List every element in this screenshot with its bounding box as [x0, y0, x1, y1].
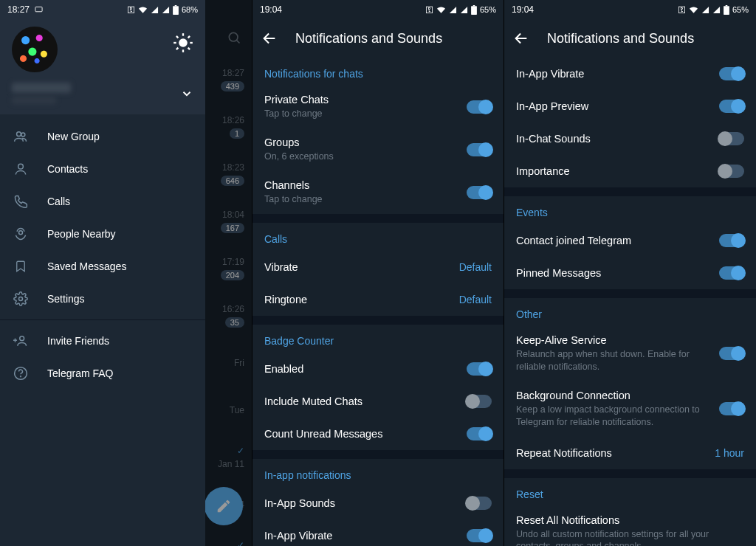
nearby-icon	[13, 227, 28, 241]
signal-icon	[162, 6, 170, 14]
svg-line-6	[176, 36, 178, 38]
back-icon[interactable]	[513, 30, 529, 46]
person-add-icon	[13, 334, 28, 348]
menu-new-group[interactable]: New Group	[0, 120, 205, 153]
menu-saved-messages[interactable]: Saved Messages	[0, 250, 205, 283]
setting-badge-enabled[interactable]: Enabled	[252, 353, 504, 385]
chat-row[interactable]: 18:261	[205, 103, 252, 151]
account-phone	[12, 97, 56, 104]
toggle-switch[interactable]	[719, 100, 744, 113]
menu-label: Contacts	[47, 163, 88, 175]
svg-point-3	[179, 38, 188, 47]
chat-row[interactable]: Tue	[205, 387, 252, 434]
toggle-switch[interactable]	[467, 395, 492, 408]
setting-pinned-messages[interactable]: Pinned Messages	[504, 257, 756, 289]
menu-calls[interactable]: Calls	[0, 185, 205, 218]
cast-icon	[34, 6, 44, 14]
svg-line-10	[176, 48, 178, 49]
toggle-switch[interactable]	[467, 143, 492, 156]
toggle-switch[interactable]	[719, 67, 744, 80]
wifi-icon	[138, 6, 148, 14]
chevron-down-icon[interactable]	[180, 87, 193, 100]
battery-icon	[724, 5, 729, 15]
status-bar: 19:04 ⚿ 65%	[504, 0, 756, 19]
toggle-switch[interactable]	[719, 165, 744, 178]
toggle-switch[interactable]	[719, 347, 744, 360]
section-header-reset: Reset	[504, 478, 756, 506]
setting-inapp-vibrate[interactable]: In-App Vibrate	[252, 519, 504, 546]
vpn-icon: ⚿	[678, 5, 686, 14]
setting-contact-joined[interactable]: Contact joined Telegram	[504, 224, 756, 257]
page-title: Notifications and Sounds	[547, 31, 694, 46]
gear-icon	[13, 291, 28, 306]
signal-icon	[151, 6, 159, 14]
menu-people-nearby[interactable]: People Nearby	[0, 218, 205, 250]
svg-point-17	[20, 336, 24, 341]
toggle-switch[interactable]	[467, 497, 492, 510]
setting-keep-alive[interactable]: Keep-Alive ServiceRelaunch app when shut…	[504, 326, 756, 381]
status-time: 18:27	[7, 4, 30, 15]
toggle-switch[interactable]	[719, 266, 744, 280]
setting-repeat-notifications[interactable]: Repeat Notifications 1 hour	[504, 437, 756, 469]
toggle-switch[interactable]	[467, 427, 492, 440]
svg-point-15	[19, 231, 23, 235]
section-header-other: Other	[504, 298, 756, 326]
svg-rect-2	[175, 5, 177, 6]
chat-row[interactable]: 16:2635	[205, 292, 252, 339]
chat-row[interactable]: ✓Dec 31	[205, 528, 252, 546]
menu-faq[interactable]: Telegram FAQ	[0, 357, 205, 390]
signal-icon	[449, 6, 457, 14]
menu-invite-friends[interactable]: Invite Friends	[0, 325, 205, 357]
menu-label: Saved Messages	[47, 260, 126, 272]
chat-row[interactable]: ✓Jan 11	[205, 434, 252, 481]
chat-row[interactable]: 18:23646	[205, 151, 252, 198]
toggle-switch[interactable]	[719, 402, 744, 415]
toggle-switch[interactable]	[719, 234, 744, 247]
setting-importance[interactable]: Importance	[504, 155, 756, 187]
setting-private-chats[interactable]: Private ChatsTap to change	[252, 86, 504, 128]
toggle-switch[interactable]	[719, 132, 744, 145]
toggle-switch[interactable]	[467, 186, 492, 199]
avatar[interactable]	[12, 27, 58, 72]
section-header-chats: Notifications for chats	[252, 58, 504, 86]
setting-inapp-preview[interactable]: In-App Preview	[504, 90, 756, 122]
status-bar: 19:04 ⚿ 65%	[252, 0, 504, 19]
account-name	[12, 83, 71, 93]
menu-contacts[interactable]: Contacts	[0, 153, 205, 185]
chat-row[interactable]: Fri	[205, 339, 252, 387]
toggle-switch[interactable]	[467, 362, 492, 376]
toggle-switch[interactable]	[467, 100, 492, 114]
svg-rect-28	[726, 5, 728, 6]
app-bar: Notifications and Sounds	[504, 19, 756, 58]
setting-vibrate[interactable]: Vibrate Default	[252, 251, 504, 283]
setting-inapp-sounds[interactable]: In-App Sounds	[252, 487, 504, 519]
status-time: 19:04	[260, 4, 282, 15]
menu-settings[interactable]: Settings	[0, 283, 205, 315]
menu-label: New Group	[47, 131, 100, 142]
setting-ringtone[interactable]: Ringtone Default	[252, 283, 504, 316]
page-title: Notifications and Sounds	[295, 31, 442, 46]
back-icon[interactable]	[261, 30, 278, 46]
setting-inapp-vibrate[interactable]: In-App Vibrate	[504, 58, 756, 90]
setting-background-connection[interactable]: Background ConnectionKeep a low impact b…	[504, 381, 756, 437]
svg-point-21	[21, 376, 21, 377]
chat-row[interactable]: 17:19204	[205, 245, 252, 292]
setting-count-unread[interactable]: Count Unread Messages	[252, 418, 504, 450]
theme-toggle-icon[interactable]	[173, 32, 193, 53]
setting-groups[interactable]: GroupsOn, 6 exceptions	[252, 128, 504, 171]
setting-reset-all[interactable]: Reset All NotificationsUndo all custom n…	[504, 506, 756, 547]
setting-inchat-sounds[interactable]: In-Chat Sounds	[504, 122, 756, 155]
toggle-switch[interactable]	[467, 529, 492, 542]
setting-channels[interactable]: ChannelsTap to change	[252, 171, 504, 214]
chat-row[interactable]: 18:27439	[205, 56, 252, 103]
chat-row[interactable]: 18:04167	[205, 198, 252, 245]
battery-percent: 68%	[182, 5, 198, 14]
compose-fab[interactable]	[205, 487, 243, 525]
divider	[0, 319, 205, 320]
menu-label: Telegram FAQ	[47, 367, 113, 379]
setting-include-muted[interactable]: Include Muted Chats	[252, 385, 504, 418]
battery-percent: 65%	[480, 5, 496, 14]
svg-rect-27	[724, 6, 729, 15]
search-icon[interactable]	[227, 30, 241, 45]
chat-list: 18:27439 18:261 18:23646 18:04167 17:192…	[205, 0, 252, 546]
